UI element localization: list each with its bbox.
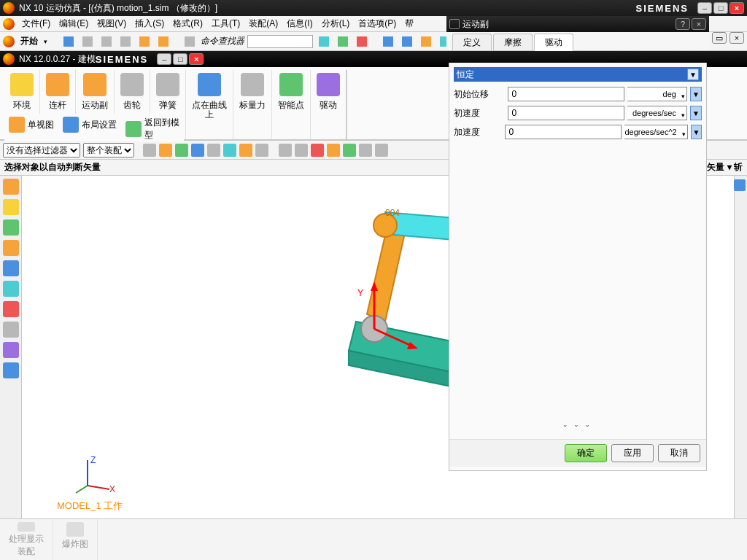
initial-displacement-unit[interactable]: deg — [627, 87, 687, 101]
outer-maximize-button[interactable]: □ — [713, 2, 728, 14]
menu-tools[interactable]: 工具(T) — [207, 18, 244, 30]
menu-analysis[interactable]: 分析(L) — [317, 18, 355, 30]
ribbon-layout-settings[interactable]: 布局设置 — [63, 117, 117, 133]
resource-tab-3[interactable] — [3, 219, 19, 236]
sel-icon-8[interactable] — [255, 144, 268, 157]
sel-icon-6[interactable] — [223, 144, 236, 157]
ribbon-drive[interactable]: 驱动 — [311, 70, 347, 139]
expr-button-1[interactable]: ▼ — [690, 87, 702, 101]
sel-icon-14[interactable] — [359, 144, 372, 157]
sel-icon-12[interactable] — [327, 144, 340, 157]
menu-view[interactable]: 视图(V) — [93, 18, 131, 30]
acceleration-input[interactable] — [505, 125, 622, 139]
redo-icon[interactable] — [155, 34, 171, 50]
menu-format[interactable]: 格式(R) — [169, 18, 207, 30]
tab-define[interactable]: 定义 — [452, 34, 492, 50]
panel-footer: 确定 应用 取消 — [449, 439, 706, 467]
expr-button-3[interactable]: ▼ — [691, 125, 702, 139]
mdi-restore-button[interactable]: ▭ — [712, 32, 727, 44]
tb-icon-2[interactable] — [335, 34, 351, 50]
initial-displacement-input[interactable] — [508, 87, 624, 101]
ribbon-scalar-force[interactable]: 标量力 — [233, 70, 272, 139]
menu-file[interactable]: 文件(F) — [18, 18, 55, 30]
sel-icon-9[interactable] — [279, 144, 292, 157]
ribbon-smart-point[interactable]: 智能点 — [272, 70, 311, 139]
chevron-down-icon[interactable]: ▼ — [687, 69, 699, 80]
resource-tab-7[interactable] — [3, 301, 19, 317]
resource-tab-5[interactable] — [3, 260, 19, 276]
tab-exploded-view[interactable]: 爆炸图 — [53, 519, 98, 560]
inner-minimize-button[interactable]: – — [157, 53, 171, 65]
menu-assembly[interactable]: 装配(A) — [244, 18, 282, 30]
sel-icon-1[interactable] — [143, 144, 156, 157]
menu-edit[interactable]: 编辑(E) — [55, 18, 93, 30]
outer-close-button[interactable]: × — [729, 2, 744, 14]
menu-info[interactable]: 信息(I) — [282, 18, 317, 30]
sel-icon-3[interactable] — [175, 144, 188, 157]
resource-tab-1[interactable] — [3, 179, 19, 195]
sel-icon-10[interactable] — [295, 144, 308, 157]
nx-logo-icon — [3, 53, 15, 65]
glasses-icon[interactable] — [182, 34, 198, 50]
acceleration-unit[interactable]: degrees/sec^2 — [624, 125, 687, 139]
resource-tab-10[interactable] — [3, 362, 19, 378]
sel-icon-7[interactable] — [239, 144, 252, 157]
tab-display-assembly[interactable]: 处理显示 装配 — [0, 519, 53, 560]
copy-icon[interactable] — [98, 34, 115, 50]
mdi-close-button[interactable]: × — [729, 32, 744, 44]
tab-friction[interactable]: 摩擦 — [493, 34, 533, 50]
initial-velocity-unit[interactable]: degrees/sec — [627, 106, 687, 120]
ok-button[interactable]: 确定 — [565, 444, 607, 462]
selection-filter-combo[interactable]: 没有选择过滤器 — [3, 143, 80, 158]
tb-icon-6[interactable] — [418, 34, 434, 50]
panel-close-button[interactable]: × — [692, 18, 706, 30]
sel-icon-5[interactable] — [207, 144, 220, 157]
prompt-left: 选择对象以自动判断矢量 — [4, 161, 101, 174]
paste-icon[interactable] — [117, 34, 133, 50]
undo-icon[interactable] — [136, 34, 152, 50]
start-menu-button[interactable]: 开始 — [18, 35, 41, 47]
outer-minimize-button[interactable]: – — [697, 2, 712, 14]
apply-button[interactable]: 应用 — [611, 444, 654, 462]
panel-title: 运动副 — [462, 18, 489, 31]
command-finder-input[interactable] — [247, 35, 313, 48]
initial-velocity-input[interactable] — [508, 106, 624, 120]
resource-tab-8[interactable] — [3, 322, 19, 338]
tab-drive[interactable]: 驱动 — [534, 34, 573, 51]
sel-icon-4[interactable] — [191, 144, 204, 157]
expr-button-2[interactable]: ▼ — [690, 106, 702, 120]
drive-type-combo[interactable]: 恒定 ▼ — [454, 67, 702, 82]
sel-icon-15[interactable] — [375, 144, 388, 157]
sel-icon-11[interactable] — [311, 144, 324, 157]
assembly-scope-combo[interactable]: 整个装配 — [83, 143, 134, 158]
sel-icon-13[interactable] — [343, 144, 356, 157]
panel-help-button[interactable]: ? — [676, 18, 690, 30]
panel-expand-chevrons[interactable]: ˇ ˇ ˇ — [449, 420, 706, 439]
resource-tab-9[interactable] — [3, 342, 19, 358]
right-gutter-icon[interactable] — [734, 179, 746, 191]
save-icon[interactable] — [61, 34, 77, 50]
menu-prefs[interactable]: 首选项(P) — [354, 18, 400, 30]
tb-icon-1[interactable] — [316, 34, 332, 50]
ribbon-point-on-curve[interactable]: 点在曲线 上 — [186, 70, 233, 139]
cut-icon[interactable] — [80, 34, 96, 50]
outer-title-text: NX 10 运动仿真 - [(仿真) motion_1.sim （修改的）] — [19, 2, 217, 15]
menu-insert[interactable]: 插入(S) — [131, 18, 169, 30]
tb-icon-5[interactable] — [399, 34, 415, 50]
model-name-label: MODEL_1 工作 — [57, 499, 123, 513]
menu-help[interactable]: 帮 — [400, 18, 418, 30]
tb-icon-4[interactable] — [380, 34, 396, 50]
resource-tab-2[interactable] — [3, 199, 19, 215]
gear-icon[interactable] — [449, 19, 460, 29]
panel-title-bar[interactable]: 运动副 ? × — [446, 16, 709, 32]
svg-text:Z: Z — [90, 455, 96, 465]
cancel-button[interactable]: 取消 — [658, 444, 700, 462]
sel-icon-2[interactable] — [159, 144, 172, 157]
inner-close-button[interactable]: × — [189, 53, 204, 65]
tb-icon-3[interactable] — [354, 34, 370, 50]
ribbon-single-view[interactable]: 单视图 — [9, 117, 54, 133]
resource-tab-6[interactable] — [3, 281, 19, 297]
inner-maximize-button[interactable]: □ — [173, 53, 187, 65]
ribbon-return-to-model[interactable]: 返回到模 型 — [125, 117, 179, 141]
resource-tab-4[interactable] — [3, 240, 19, 256]
